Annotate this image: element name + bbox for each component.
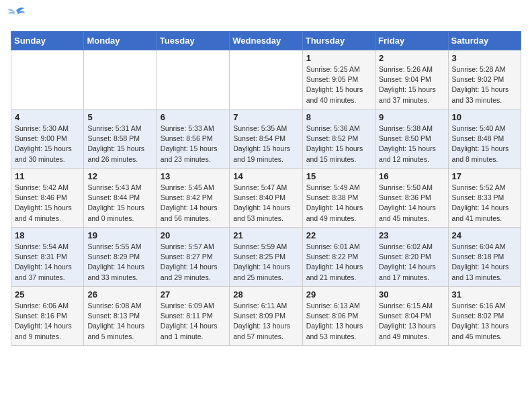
- calendar-table: SundayMondayTuesdayWednesdayThursdayFrid…: [11, 31, 521, 346]
- calendar-cell: 18Sunrise: 5:54 AMSunset: 8:31 PMDayligh…: [11, 228, 84, 287]
- day-number: 2: [379, 53, 444, 63]
- day-number: 7: [233, 112, 298, 122]
- day-number: 17: [452, 171, 517, 181]
- day-number: 22: [306, 230, 371, 240]
- day-number: 1: [306, 53, 371, 63]
- column-header-thursday: Thursday: [302, 32, 375, 50]
- calendar-cell: 15Sunrise: 5:49 AMSunset: 8:38 PMDayligh…: [302, 169, 375, 228]
- day-number: 11: [15, 171, 80, 181]
- day-info: Sunrise: 6:09 AMSunset: 8:11 PMDaylight:…: [161, 301, 226, 342]
- header: [11, 11, 521, 23]
- calendar-cell: 23Sunrise: 6:02 AMSunset: 8:20 PMDayligh…: [375, 228, 448, 287]
- calendar-cell: 14Sunrise: 5:47 AMSunset: 8:40 PMDayligh…: [230, 169, 302, 228]
- day-info: Sunrise: 5:25 AMSunset: 9:05 PMDaylight:…: [306, 64, 371, 105]
- day-info: Sunrise: 6:15 AMSunset: 8:04 PMDaylight:…: [379, 301, 444, 342]
- day-info: Sunrise: 5:59 AMSunset: 8:25 PMDaylight:…: [233, 242, 298, 283]
- day-info: Sunrise: 5:38 AMSunset: 8:50 PMDaylight:…: [379, 124, 444, 165]
- calendar-cell: 22Sunrise: 6:01 AMSunset: 8:22 PMDayligh…: [302, 228, 375, 287]
- day-number: 26: [87, 289, 152, 300]
- day-number: 6: [161, 112, 226, 122]
- day-number: 27: [161, 289, 226, 300]
- calendar-cell: 28Sunrise: 6:11 AMSunset: 8:09 PMDayligh…: [230, 287, 302, 346]
- calendar-cell: 3Sunrise: 5:28 AMSunset: 9:02 PMDaylight…: [448, 50, 521, 109]
- calendar-cell: [157, 50, 229, 109]
- day-number: 8: [306, 112, 371, 122]
- day-info: Sunrise: 5:45 AMSunset: 8:42 PMDaylight:…: [161, 183, 226, 224]
- day-number: 14: [233, 171, 298, 181]
- week-row-4: 18Sunrise: 5:54 AMSunset: 8:31 PMDayligh…: [11, 228, 521, 287]
- day-number: 3: [452, 53, 517, 63]
- week-row-2: 4Sunrise: 5:30 AMSunset: 9:00 PMDaylight…: [11, 109, 521, 169]
- calendar-cell: [84, 50, 157, 109]
- column-header-tuesday: Tuesday: [157, 32, 229, 50]
- calendar-cell: 27Sunrise: 6:09 AMSunset: 8:11 PMDayligh…: [157, 287, 229, 346]
- calendar-cell: 17Sunrise: 5:52 AMSunset: 8:33 PMDayligh…: [448, 169, 521, 228]
- day-info: Sunrise: 6:04 AMSunset: 8:18 PMDaylight:…: [452, 242, 517, 283]
- calendar-cell: 20Sunrise: 5:57 AMSunset: 8:27 PMDayligh…: [157, 228, 229, 287]
- day-info: Sunrise: 5:50 AMSunset: 8:36 PMDaylight:…: [379, 183, 444, 224]
- day-info: Sunrise: 6:01 AMSunset: 8:22 PMDaylight:…: [306, 242, 371, 283]
- calendar-cell: 19Sunrise: 5:55 AMSunset: 8:29 PMDayligh…: [84, 228, 157, 287]
- day-number: 23: [379, 230, 444, 240]
- calendar-cell: 13Sunrise: 5:45 AMSunset: 8:42 PMDayligh…: [157, 169, 229, 228]
- calendar-cell: 11Sunrise: 5:42 AMSunset: 8:46 PMDayligh…: [11, 169, 84, 228]
- header-row: SundayMondayTuesdayWednesdayThursdayFrid…: [11, 32, 521, 50]
- day-info: Sunrise: 5:36 AMSunset: 8:52 PMDaylight:…: [306, 124, 371, 165]
- day-number: 21: [233, 230, 298, 240]
- day-number: 25: [15, 289, 80, 300]
- calendar-cell: 16Sunrise: 5:50 AMSunset: 8:36 PMDayligh…: [375, 169, 448, 228]
- day-number: 30: [379, 289, 444, 300]
- calendar-cell: 2Sunrise: 5:26 AMSunset: 9:04 PMDaylight…: [375, 50, 448, 109]
- calendar-cell: 21Sunrise: 5:59 AMSunset: 8:25 PMDayligh…: [230, 228, 302, 287]
- day-info: Sunrise: 5:35 AMSunset: 8:54 PMDaylight:…: [233, 124, 298, 165]
- day-info: Sunrise: 5:40 AMSunset: 8:48 PMDaylight:…: [452, 124, 517, 165]
- column-header-wednesday: Wednesday: [230, 32, 302, 50]
- day-number: 9: [379, 112, 444, 122]
- column-header-monday: Monday: [84, 32, 157, 50]
- calendar-cell: 29Sunrise: 6:13 AMSunset: 8:06 PMDayligh…: [302, 287, 375, 346]
- day-number: 31: [452, 289, 517, 300]
- calendar-cell: 6Sunrise: 5:33 AMSunset: 8:56 PMDaylight…: [157, 109, 229, 169]
- week-row-5: 25Sunrise: 6:06 AMSunset: 8:16 PMDayligh…: [11, 287, 521, 346]
- day-info: Sunrise: 5:57 AMSunset: 8:27 PMDaylight:…: [161, 242, 226, 283]
- calendar-cell: 4Sunrise: 5:30 AMSunset: 9:00 PMDaylight…: [11, 109, 84, 169]
- week-row-3: 11Sunrise: 5:42 AMSunset: 8:46 PMDayligh…: [11, 169, 521, 228]
- day-info: Sunrise: 5:28 AMSunset: 9:02 PMDaylight:…: [452, 64, 517, 105]
- day-info: Sunrise: 5:52 AMSunset: 8:33 PMDaylight:…: [452, 183, 517, 224]
- day-number: 13: [161, 171, 226, 181]
- day-number: 19: [87, 230, 152, 240]
- day-info: Sunrise: 6:02 AMSunset: 8:20 PMDaylight:…: [379, 242, 444, 283]
- calendar-cell: 30Sunrise: 6:15 AMSunset: 8:04 PMDayligh…: [375, 287, 448, 346]
- day-info: Sunrise: 5:43 AMSunset: 8:44 PMDaylight:…: [87, 183, 152, 224]
- day-number: 16: [379, 171, 444, 181]
- day-info: Sunrise: 5:26 AMSunset: 9:04 PMDaylight:…: [379, 64, 444, 105]
- column-header-friday: Friday: [375, 32, 448, 50]
- day-number: 4: [15, 112, 80, 122]
- day-number: 28: [233, 289, 298, 300]
- day-number: 29: [306, 289, 371, 300]
- calendar-cell: 31Sunrise: 6:16 AMSunset: 8:02 PMDayligh…: [448, 287, 521, 346]
- day-number: 15: [306, 171, 371, 181]
- calendar-cell: 1Sunrise: 5:25 AMSunset: 9:05 PMDaylight…: [302, 50, 375, 109]
- logo-bird-icon: [7, 5, 26, 20]
- calendar-cell: 8Sunrise: 5:36 AMSunset: 8:52 PMDaylight…: [302, 109, 375, 169]
- column-header-saturday: Saturday: [448, 32, 521, 50]
- day-info: Sunrise: 6:06 AMSunset: 8:16 PMDaylight:…: [15, 301, 80, 342]
- day-info: Sunrise: 6:13 AMSunset: 8:06 PMDaylight:…: [306, 301, 371, 342]
- day-number: 24: [452, 230, 517, 240]
- day-info: Sunrise: 5:30 AMSunset: 9:00 PMDaylight:…: [15, 124, 80, 165]
- calendar-cell: 24Sunrise: 6:04 AMSunset: 8:18 PMDayligh…: [448, 228, 521, 287]
- calendar-cell: 26Sunrise: 6:08 AMSunset: 8:13 PMDayligh…: [84, 287, 157, 346]
- day-number: 20: [161, 230, 226, 240]
- day-info: Sunrise: 5:55 AMSunset: 8:29 PMDaylight:…: [87, 242, 152, 283]
- day-info: Sunrise: 5:49 AMSunset: 8:38 PMDaylight:…: [306, 183, 371, 224]
- calendar-cell: 25Sunrise: 6:06 AMSunset: 8:16 PMDayligh…: [11, 287, 84, 346]
- calendar-cell: [11, 50, 84, 109]
- day-info: Sunrise: 6:16 AMSunset: 8:02 PMDaylight:…: [452, 301, 517, 342]
- day-info: Sunrise: 6:11 AMSunset: 8:09 PMDaylight:…: [233, 301, 298, 342]
- calendar-cell: 5Sunrise: 5:31 AMSunset: 8:58 PMDaylight…: [84, 109, 157, 169]
- day-info: Sunrise: 5:33 AMSunset: 8:56 PMDaylight:…: [161, 124, 226, 165]
- day-number: 18: [15, 230, 80, 240]
- day-number: 10: [452, 112, 517, 122]
- day-info: Sunrise: 5:42 AMSunset: 8:46 PMDaylight:…: [15, 183, 80, 224]
